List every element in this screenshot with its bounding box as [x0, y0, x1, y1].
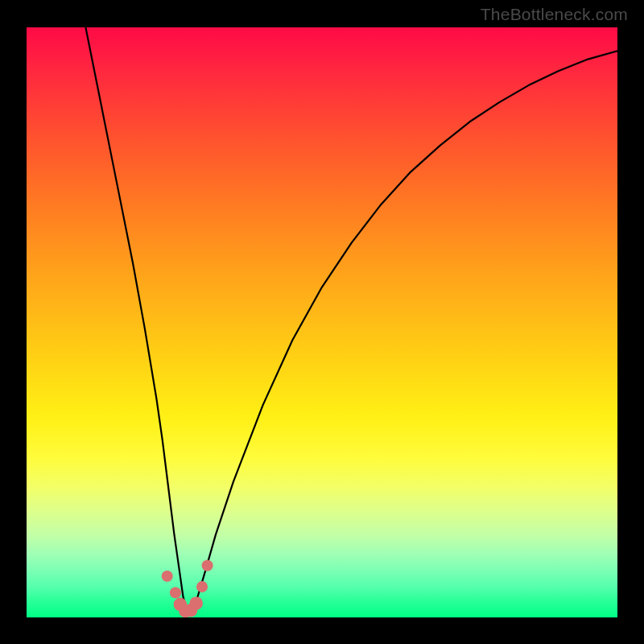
curve-marker — [189, 597, 203, 610]
bottleneck-curve — [85, 27, 617, 612]
curve-markers — [162, 559, 213, 617]
bottleneck-curve-svg — [27, 27, 617, 617]
watermark-text: TheBottleneck.com — [481, 5, 628, 24]
curve-marker — [162, 571, 173, 582]
curve-marker — [196, 581, 208, 592]
chart-frame: TheBottleneck.com — [0, 0, 644, 644]
curve-marker — [202, 559, 213, 571]
curve-marker — [170, 587, 181, 598]
plot-area — [27, 27, 617, 617]
